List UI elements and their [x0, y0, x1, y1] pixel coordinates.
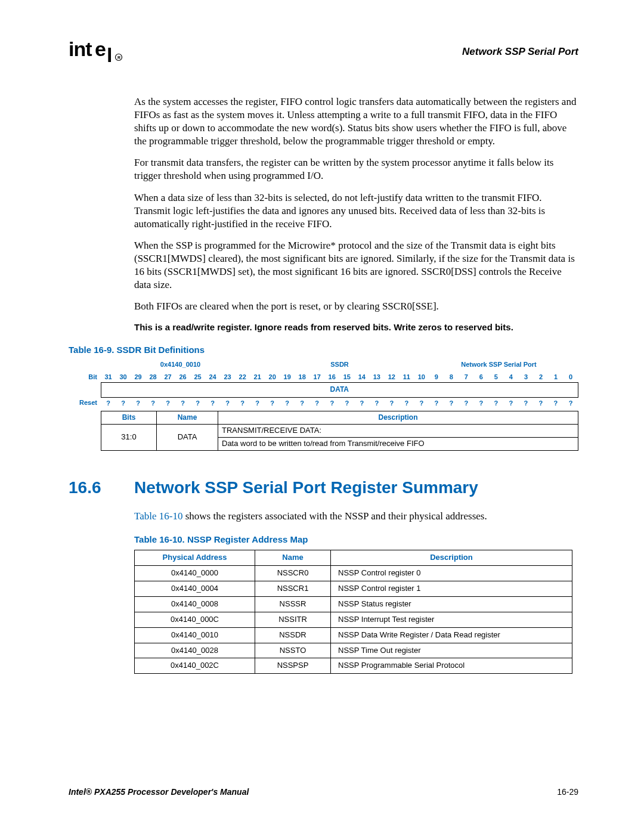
table-row: 0x4140_0008NSSSRNSSP Status register [135, 596, 572, 612]
name-cell: NSSDR [255, 627, 331, 643]
bit-number: 27 [160, 371, 175, 383]
register-module: Network SSP Serial Port [419, 360, 578, 368]
bit-number: 5 [488, 371, 503, 383]
section-intro: Table 16-10 shows the registers associat… [134, 510, 578, 523]
reset-value: ? [518, 397, 533, 408]
bit-number: 17 [309, 371, 324, 383]
desc-cell: NSSP Status register [331, 596, 572, 612]
reset-value: ? [145, 397, 160, 408]
intel-logo: int e l R [69, 38, 128, 64]
bit-number: 15 [339, 371, 354, 383]
addr-cell: 0x4140_0028 [135, 643, 255, 658]
field-col-name: Name [157, 411, 218, 425]
reset-value: ? [503, 397, 518, 408]
reset-value: ? [444, 397, 459, 408]
reset-value: ? [548, 397, 563, 408]
name-cell: NSSCR0 [255, 566, 331, 581]
reset-value: ? [563, 397, 578, 408]
paragraph-2: For transmit data transfers, the registe… [134, 156, 578, 182]
doc-section-title: Network SSP Serial Port [462, 36, 578, 58]
bit-number: 29 [131, 371, 145, 383]
bit-number: 8 [444, 371, 459, 383]
addr-col-header: Physical Address [135, 550, 255, 566]
reset-value: ? [160, 397, 175, 408]
reset-value: ? [235, 397, 250, 408]
bit-number: 25 [190, 371, 205, 383]
desc-cell: NSSP Data Write Register / Data Read reg… [331, 627, 572, 643]
body-text: As the system accesses the register, FIF… [134, 95, 578, 333]
bit-number: 6 [473, 371, 488, 383]
addr-cell: 0x4140_0008 [135, 596, 255, 612]
bit-definition-table: 0x4140_0010 SSDR Network SSP Serial Port… [69, 360, 578, 451]
field-col-bits: Bits [101, 411, 157, 425]
reset-value: ? [101, 397, 116, 408]
bit-number: 1 [548, 371, 563, 383]
desc-cell: NSSP Interrupt Test register [331, 612, 572, 627]
table-10-xref[interactable]: Table 16-10 [134, 510, 182, 522]
bit-number: 9 [429, 371, 444, 383]
reset-value: ? [533, 397, 548, 408]
svg-text:int: int [69, 38, 92, 60]
table-9-caption: Table 16-9. SSDR Bit Definitions [69, 344, 578, 356]
register-note: This is a read/write register. Ignore re… [134, 321, 578, 333]
desc-cell: NSSP Control register 0 [331, 566, 572, 581]
bit-number: 2 [533, 371, 548, 383]
addr-cell: 0x4140_002C [135, 658, 255, 674]
bit-number: 24 [205, 371, 220, 383]
bit-number: 4 [503, 371, 518, 383]
bit-number: 21 [250, 371, 265, 383]
bit-number: 30 [116, 371, 131, 383]
bit-number: 22 [235, 371, 250, 383]
reset-value: ? [429, 397, 444, 408]
addr-cell: 0x4140_0000 [135, 566, 255, 581]
bit-number: 14 [354, 371, 369, 383]
reset-value: ? [459, 397, 473, 408]
bit-number: 20 [265, 371, 280, 383]
svg-text:e: e [95, 38, 106, 60]
bit-number: 18 [295, 371, 309, 383]
footer-page-number: 16-29 [557, 786, 578, 797]
paragraph-5: Both FIFOs are cleared when the port is … [134, 300, 578, 313]
desc-cell: NSSP Programmable Serial Protocol [331, 658, 572, 674]
desc-cell: NSSP Time Out register [331, 643, 572, 658]
reset-value: ? [280, 397, 295, 408]
reset-value: ? [205, 397, 220, 408]
reset-value: ? [384, 397, 399, 408]
footer-manual-title: Intel® PXA255 Processor Developer's Manu… [69, 786, 249, 797]
addr-cell: 0x4140_000C [135, 612, 255, 627]
paragraph-4: When the SSP is programmed for the Micro… [134, 239, 578, 292]
register-address: 0x4140_0010 [101, 360, 260, 368]
table-row: 0x4140_002CNSSPSPNSSP Programmable Seria… [135, 658, 572, 674]
field-desc-line1: TRANSMIT/RECEIVE DATA: [218, 425, 578, 438]
register-name: SSDR [260, 360, 419, 368]
name-cell: NSSCR1 [255, 581, 331, 596]
table-row: 0x4140_0010NSSDRNSSP Data Write Register… [135, 627, 572, 643]
reset-value: ? [399, 397, 414, 408]
reset-value: ? [414, 397, 429, 408]
table-row: 0x4140_000CNSSITRNSSP Interrupt Test reg… [135, 612, 572, 627]
name-cell: NSSTO [255, 643, 331, 658]
bit-row-label: Bit [69, 371, 101, 383]
reset-value: ? [339, 397, 354, 408]
bit-number: 12 [384, 371, 399, 383]
name-cell: NSSSR [255, 596, 331, 612]
reset-value: ? [220, 397, 235, 408]
reset-value: ? [175, 397, 190, 408]
bit-number: 3 [518, 371, 533, 383]
field-bits-value: 31:0 [101, 425, 157, 451]
reset-value: ? [473, 397, 488, 408]
svg-text:R: R [117, 55, 120, 60]
svg-text:l: l [107, 44, 112, 64]
bit-number: 11 [399, 371, 414, 383]
table-row: 0x4140_0004NSSCR1NSSP Control register 1 [135, 581, 572, 596]
bit-number: 31 [101, 371, 116, 383]
bit-number: 28 [145, 371, 160, 383]
data-field-label: DATA [101, 382, 578, 397]
reset-value: ? [324, 397, 339, 408]
bit-number: 16 [324, 371, 339, 383]
bit-number: 13 [369, 371, 384, 383]
address-map-table: Physical Address Name Description 0x4140… [134, 550, 572, 674]
field-name-value: DATA [157, 425, 218, 451]
name-col-header: Name [255, 550, 331, 566]
paragraph-3: When a data size of less than 32-bits is… [134, 191, 578, 231]
